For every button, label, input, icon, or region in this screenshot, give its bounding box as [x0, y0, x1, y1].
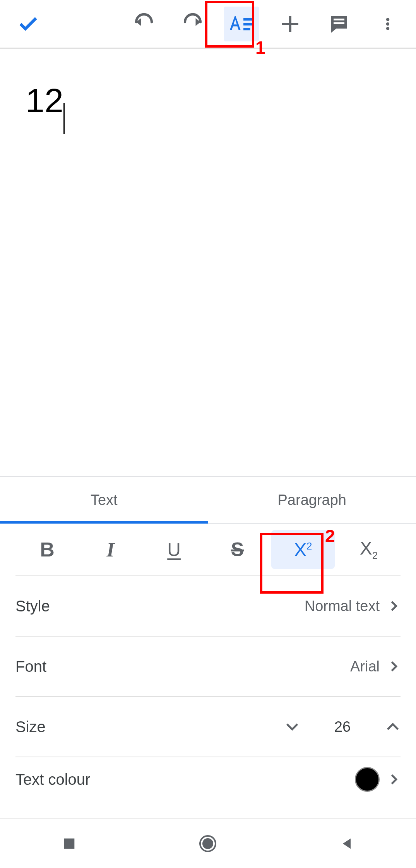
superscript-button[interactable]: X2 — [271, 530, 335, 569]
text-colour-swatch — [355, 767, 380, 792]
italic-icon: I — [107, 538, 115, 561]
bold-button[interactable]: B — [15, 524, 79, 575]
tab-text[interactable]: Text — [0, 477, 208, 523]
format-row: B I U S X2 X2 — [15, 524, 401, 576]
style-label: Style — [15, 597, 305, 615]
done-button[interactable] — [4, 0, 53, 48]
comment-button[interactable] — [315, 0, 363, 48]
underline-button[interactable]: U — [142, 524, 206, 575]
svg-rect-1 — [243, 23, 253, 25]
svg-point-7 — [386, 27, 389, 30]
document-area[interactable]: 12 — [0, 49, 416, 476]
back-button[interactable] — [312, 836, 382, 851]
subscript-button[interactable]: X2 — [337, 524, 401, 575]
svg-rect-8 — [64, 839, 75, 849]
style-value: Normal text — [305, 598, 380, 615]
svg-point-5 — [386, 18, 389, 21]
format-button[interactable] — [217, 0, 266, 48]
document-text: 12 — [26, 81, 63, 120]
home-button[interactable] — [173, 834, 243, 853]
size-increase-button[interactable] — [385, 719, 401, 734]
text-colour-row[interactable]: Text colour — [15, 766, 401, 793]
chevron-down-icon — [284, 719, 300, 734]
size-label: Size — [15, 718, 284, 736]
chevron-right-icon — [387, 773, 401, 786]
check-icon — [17, 12, 40, 36]
svg-rect-2 — [243, 28, 250, 30]
italic-button[interactable]: I — [79, 524, 142, 575]
square-icon — [62, 836, 77, 851]
comment-icon — [328, 13, 350, 35]
strike-icon: S — [231, 538, 244, 561]
size-decrease-button[interactable] — [284, 719, 300, 734]
subscript-icon: X2 — [360, 538, 378, 562]
underline-icon: U — [167, 539, 181, 560]
svg-rect-3 — [334, 19, 344, 21]
style-row[interactable]: Style Normal text — [15, 576, 401, 637]
android-navbar — [0, 818, 416, 868]
text-cursor — [63, 103, 65, 134]
tabs: Text Paragraph — [0, 477, 416, 524]
tab-paragraph[interactable]: Paragraph — [208, 477, 416, 523]
font-value: Arial — [350, 658, 380, 675]
format-icon — [230, 12, 253, 36]
chevron-right-icon — [387, 599, 401, 613]
size-row: Size 26 — [15, 697, 401, 757]
more-vert-icon — [380, 14, 395, 34]
font-row[interactable]: Font Arial — [15, 637, 401, 697]
more-button[interactable] — [363, 0, 412, 48]
triangle-left-icon — [339, 836, 354, 851]
text-colour-label: Text colour — [15, 771, 355, 788]
redo-icon — [181, 12, 204, 36]
insert-button[interactable] — [266, 0, 315, 48]
svg-point-10 — [202, 838, 213, 849]
svg-point-6 — [386, 22, 389, 25]
circle-icon — [199, 834, 217, 853]
svg-rect-0 — [243, 18, 253, 21]
recents-button[interactable] — [34, 836, 104, 851]
superscript-icon: X2 — [294, 539, 312, 560]
redo-button[interactable] — [168, 0, 217, 48]
svg-rect-4 — [334, 22, 344, 24]
bold-icon: B — [40, 538, 55, 561]
chevron-up-icon — [385, 719, 401, 734]
size-value: 26 — [331, 719, 354, 735]
strikethrough-button[interactable]: S — [205, 524, 269, 575]
plus-icon — [279, 13, 301, 35]
font-label: Font — [15, 658, 350, 675]
undo-icon — [132, 12, 156, 36]
toolbar — [0, 0, 416, 49]
format-panel: Text Paragraph B I U S X2 X2 2 Style Nor… — [0, 476, 416, 784]
chevron-right-icon — [387, 660, 401, 673]
undo-button[interactable] — [120, 0, 168, 48]
